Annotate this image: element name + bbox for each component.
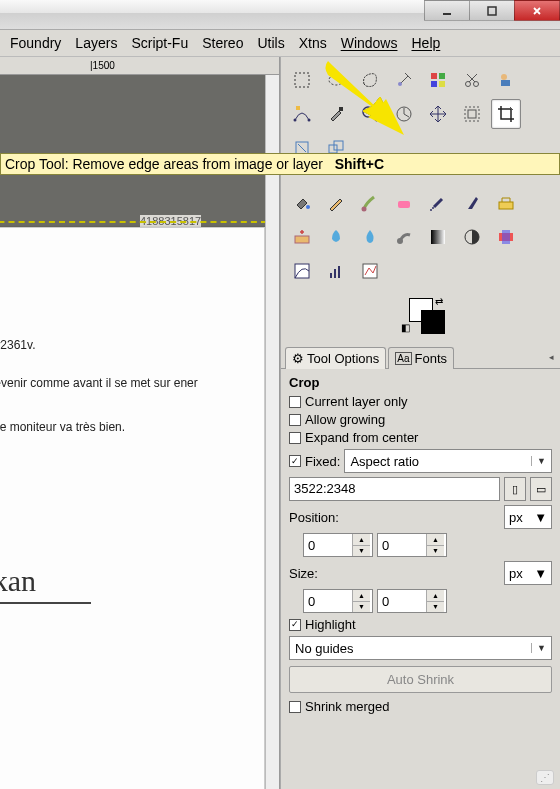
fixed-checkbox[interactable] — [289, 455, 301, 467]
size-height-input[interactable]: ▲▼ — [377, 589, 447, 613]
resize-grip-icon[interactable]: ⋰ — [536, 770, 554, 785]
window-close-button[interactable] — [514, 0, 560, 21]
tool-options-icon: ⚙ — [292, 351, 304, 366]
tab-fonts[interactable]: Aa Fonts — [388, 347, 454, 369]
menu-scriptfu[interactable]: Script-Fu — [125, 33, 194, 53]
position-unit-combo[interactable]: px ▼ — [504, 505, 552, 529]
menu-xtns[interactable]: Xtns — [293, 33, 333, 53]
document-page[interactable]: atron w2361v. t pas revenir comme avant … — [0, 227, 265, 789]
rect-select-tool[interactable] — [287, 65, 317, 95]
pencil-tool[interactable] — [321, 188, 351, 218]
expand-from-center-checkbox[interactable] — [289, 432, 301, 444]
svg-point-14 — [308, 119, 311, 122]
svg-rect-19 — [465, 107, 479, 121]
svg-rect-30 — [295, 236, 309, 243]
step-down-icon[interactable]: ▼ — [353, 602, 370, 613]
ink-tool[interactable] — [457, 188, 487, 218]
step-down-icon[interactable]: ▼ — [353, 546, 370, 557]
step-up-icon[interactable]: ▲ — [427, 590, 444, 602]
step-down-icon[interactable]: ▼ — [427, 546, 444, 557]
heal-tool[interactable] — [287, 222, 317, 252]
shrink-merged-checkbox[interactable] — [289, 701, 301, 713]
highlight-checkbox[interactable] — [289, 619, 301, 631]
free-select-tool[interactable] — [355, 65, 385, 95]
menu-layers[interactable]: Layers — [69, 33, 123, 53]
dodge-burn-tool[interactable] — [423, 222, 453, 252]
svg-point-24 — [306, 205, 310, 209]
menu-windows[interactable]: Windows — [335, 33, 404, 53]
background-color-swatch[interactable] — [421, 310, 445, 334]
tab-tool-options[interactable]: ⚙ Tool Options — [285, 347, 386, 369]
svg-rect-0 — [443, 13, 451, 15]
current-layer-only-checkbox[interactable] — [289, 396, 301, 408]
shrink-merged-label: Shrink merged — [305, 699, 390, 714]
smudge-tool[interactable] — [389, 222, 419, 252]
paths-tool[interactable] — [287, 99, 317, 129]
tooltip-shortcut: Shift+C — [335, 156, 384, 172]
scissors-tool[interactable] — [457, 65, 487, 95]
window-minimize-button[interactable] — [424, 0, 470, 21]
swap-colors-icon[interactable]: ⇄ — [435, 296, 443, 307]
svg-rect-37 — [330, 273, 332, 278]
svg-rect-8 — [439, 81, 445, 87]
curves-tool[interactable] — [287, 256, 317, 286]
window-maximize-button[interactable] — [469, 0, 515, 21]
signature-underline — [0, 602, 91, 604]
allow-growing-checkbox[interactable] — [289, 414, 301, 426]
ellipse-select-tool[interactable] — [321, 65, 351, 95]
color-swatches: ⇄ ◧ — [281, 296, 560, 336]
color-picker-tool[interactable] — [321, 99, 351, 129]
tab-menu-arrow-icon[interactable]: ◂ — [547, 350, 556, 364]
clone-tool[interactable] — [491, 188, 521, 218]
svg-point-3 — [329, 75, 343, 85]
svg-point-27 — [432, 207, 434, 209]
foreground-select-tool[interactable] — [491, 65, 521, 95]
fuzzy-select-tool[interactable] — [389, 65, 419, 95]
chevron-down-icon: ▼ — [531, 643, 546, 653]
step-up-icon[interactable]: ▲ — [353, 590, 370, 602]
aspect-ratio-input[interactable]: 3522:2348 — [289, 477, 500, 501]
size-unit-combo[interactable]: px ▼ — [504, 561, 552, 585]
guides-combo[interactable]: No guides ▼ — [289, 636, 552, 660]
perspective-clone-tool[interactable] — [321, 222, 351, 252]
measure-tool[interactable] — [389, 99, 419, 129]
size-width-input[interactable]: ▲▼ — [303, 589, 373, 613]
eraser-tool[interactable] — [389, 188, 419, 218]
menu-help[interactable]: Help — [405, 33, 446, 53]
signature: Okan — [0, 564, 254, 598]
crop-tool[interactable] — [491, 99, 521, 129]
doc-text-line: t pas revenir comme avant il se met sur … — [0, 376, 254, 390]
paintbrush-tool[interactable] — [355, 188, 385, 218]
svg-point-17 — [363, 107, 373, 117]
blur-tool[interactable] — [355, 222, 385, 252]
position-x-input[interactable]: ▲▼ — [303, 533, 373, 557]
by-color-select-tool[interactable] — [423, 65, 453, 95]
levels-tool[interactable] — [321, 256, 351, 286]
reset-colors-icon[interactable]: ◧ — [401, 322, 410, 333]
airbrush-tool[interactable] — [423, 188, 453, 218]
color-balance-tool[interactable] — [457, 222, 487, 252]
menu-foundry[interactable]: Foundry — [4, 33, 67, 53]
bucket-fill-tool[interactable] — [287, 188, 317, 218]
move-tool[interactable] — [423, 99, 453, 129]
auto-shrink-button[interactable]: Auto Shrink — [289, 666, 552, 693]
hue-saturation-tool[interactable] — [491, 222, 521, 252]
zoom-tool[interactable] — [355, 99, 385, 129]
step-down-icon[interactable]: ▼ — [427, 602, 444, 613]
align-tool[interactable] — [457, 99, 487, 129]
step-up-icon[interactable]: ▲ — [427, 534, 444, 546]
vertical-scrollbar[interactable] — [265, 75, 279, 789]
expand-from-center-label: Expand from center — [305, 430, 418, 445]
position-y-input[interactable]: ▲▼ — [377, 533, 447, 557]
orientation-portrait-button[interactable]: ▯ — [504, 477, 526, 501]
menu-utils[interactable]: Utils — [251, 33, 290, 53]
svg-rect-2 — [295, 73, 309, 87]
svg-point-9 — [466, 82, 471, 87]
menu-stereo[interactable]: Stereo — [196, 33, 249, 53]
orientation-landscape-button[interactable]: ▭ — [530, 477, 552, 501]
threshold-tool[interactable] — [355, 256, 385, 286]
svg-point-28 — [430, 209, 432, 211]
step-up-icon[interactable]: ▲ — [353, 534, 370, 546]
fixed-mode-combo[interactable]: Aspect ratio ▼ — [344, 449, 552, 473]
size-label: Size: — [289, 566, 349, 581]
